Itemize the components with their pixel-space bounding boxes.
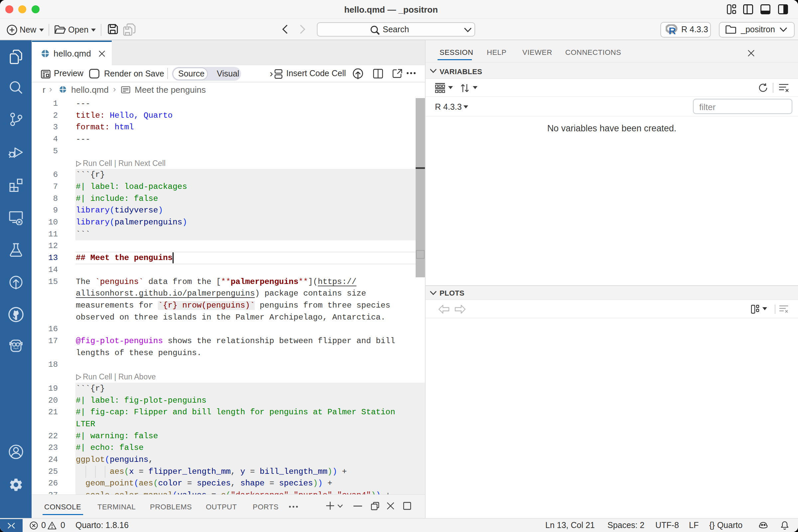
svg-text:R: R <box>669 25 676 35</box>
